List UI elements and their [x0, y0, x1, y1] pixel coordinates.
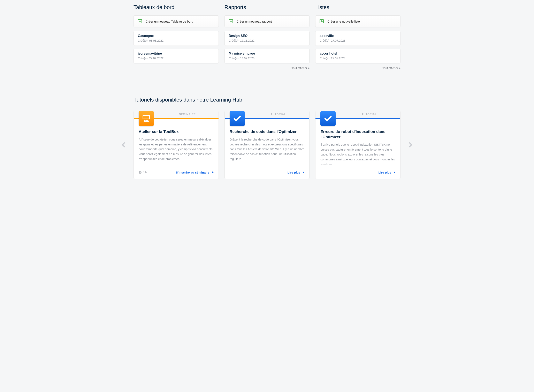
caret-right-icon: [399, 67, 400, 69]
show-all-label: Tout afficher: [291, 66, 307, 70]
tutorial-description: Grâce à la recherche de code dans l'Opti…: [230, 137, 305, 167]
tutorial-description: À l'issue de cet atelier, vous serez en …: [139, 137, 214, 167]
caret-right-icon: [394, 172, 395, 173]
tutorial-title: Atelier sur la ToolBox: [139, 129, 214, 134]
item-meta: Créé(e): 27.07.2023: [319, 39, 396, 42]
caret-right-icon: [308, 67, 310, 69]
duration-label: 4 h: [143, 171, 147, 174]
tutorial-title: Erreurs du robot d'indexation dans l'Opt…: [320, 129, 395, 140]
list-item[interactable]: Design SEOCréé(e): 16.11.2022: [224, 31, 310, 46]
chevron-left-icon: [122, 142, 127, 147]
item-meta: Créé(e): 27.07.2023: [319, 57, 396, 60]
show-all-link[interactable]: Tout afficher: [382, 66, 400, 70]
item-meta: Créé(e): 14.07.2023: [229, 57, 305, 60]
item-title: jecreemavitrine: [138, 52, 215, 55]
caret-right-icon: [303, 172, 304, 173]
create-button[interactable]: Créer un nouveau rapport: [224, 15, 310, 27]
item-meta: Créé(e): 03.03.2022: [138, 39, 215, 42]
create-label: Créer un nouveau Tableau de bord: [146, 20, 193, 23]
item-title: Gascogne: [138, 34, 215, 38]
item-title: abbeville: [319, 34, 396, 38]
tutorial-description: Il arrive parfois que le robot d'indexat…: [320, 142, 395, 167]
list-item[interactable]: accor hotelCréé(e): 27.07.2023: [315, 49, 400, 63]
carousel-next-button[interactable]: [406, 140, 415, 149]
plus-icon: [138, 19, 142, 23]
create-button[interactable]: Créer une nouvelle liste: [315, 15, 400, 27]
tutorial-badge-icon: [320, 111, 336, 126]
tutorial-card[interactable]: TUTORIALRecherche de code dans l'Optimiz…: [224, 111, 310, 179]
create-label: Créer une nouvelle liste: [327, 20, 360, 23]
item-meta: Créé(e): 16.11.2022: [229, 39, 305, 42]
show-all-label: Tout afficher: [382, 66, 398, 70]
create-label: Créer un nouveau rapport: [237, 20, 272, 23]
chevron-right-icon: [407, 142, 412, 147]
tutorial-title: Recherche de code dans l'Optimizer: [230, 129, 305, 134]
section-title: Tableaux de bord: [134, 4, 219, 10]
item-title: Design SEO: [229, 34, 305, 38]
tutorial-badge-icon: [230, 111, 245, 126]
tutorial-card[interactable]: TUTORIALErreurs du robot d'indexation da…: [315, 111, 400, 179]
seminar-badge-icon: [139, 111, 154, 126]
learning-hub-title: Tutoriels disponibles dans notre Learnin…: [134, 97, 400, 103]
caret-right-icon: [212, 172, 214, 173]
clock-icon: [139, 171, 142, 174]
tutorial-cta-link[interactable]: Lire plus: [287, 171, 305, 174]
tutorial-cta-link[interactable]: Lire plus: [378, 171, 396, 174]
create-button[interactable]: Créer un nouveau Tableau de bord: [134, 15, 219, 27]
section-title: Rapports: [224, 4, 310, 10]
carousel-prev-button[interactable]: [119, 140, 128, 149]
section-title: Listes: [315, 4, 400, 10]
list-item[interactable]: jecreemavitrineCréé(e): 27.02.2022: [134, 49, 219, 63]
tutorial-cta-link[interactable]: S'inscrire au séminaire: [176, 171, 214, 174]
show-all-link[interactable]: Tout afficher: [291, 66, 310, 70]
card-type-label: SÉMINAIRE: [156, 113, 219, 116]
tutorial-card[interactable]: SÉMINAIREAtelier sur la ToolBoxÀ l'issue…: [134, 111, 219, 179]
cta-label: Lire plus: [287, 171, 300, 174]
list-item[interactable]: abbevilleCréé(e): 27.07.2023: [315, 31, 400, 46]
list-item[interactable]: GascogneCréé(e): 03.03.2022: [134, 31, 219, 46]
cta-label: S'inscrire au séminaire: [176, 171, 210, 174]
card-type-label: TUTORIAL: [247, 113, 310, 116]
item-meta: Créé(e): 27.02.2022: [138, 57, 215, 60]
card-type-label: TUTORIAL: [338, 113, 400, 116]
plus-icon: [229, 19, 233, 23]
list-item[interactable]: Ma mise en pageCréé(e): 14.07.2023: [224, 49, 310, 63]
item-title: Ma mise en page: [229, 52, 305, 55]
cta-label: Lire plus: [378, 171, 391, 174]
plus-icon: [319, 19, 324, 23]
item-title: accor hotel: [319, 52, 396, 55]
